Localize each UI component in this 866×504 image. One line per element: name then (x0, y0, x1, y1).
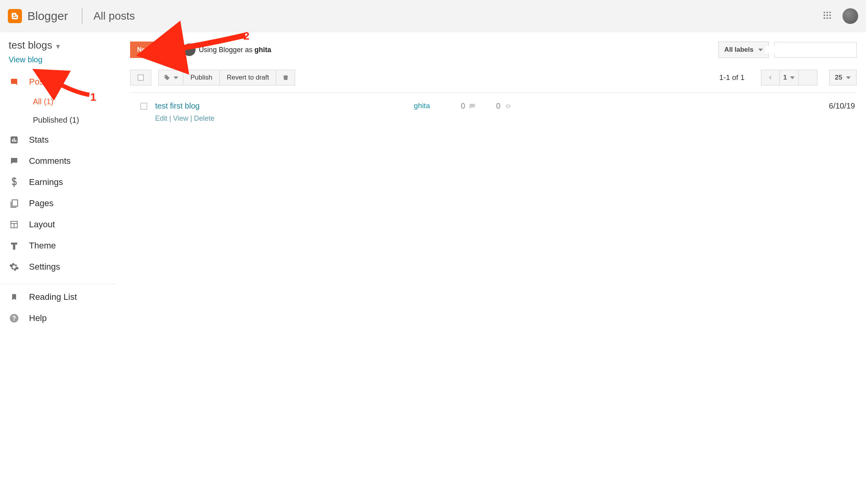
svg-rect-13 (12, 200, 18, 206)
post-row: test first blog Edit | View | Delete ghi… (130, 93, 857, 131)
svg-point-6 (824, 17, 825, 19)
settings-icon (9, 262, 20, 272)
post-checkbox[interactable] (140, 103, 147, 110)
search-box[interactable] (774, 42, 857, 58)
nav-posts-all[interactable]: All (1) (33, 92, 124, 111)
caret-down-icon (174, 76, 178, 79)
page-next-button[interactable] (799, 70, 817, 85)
nav-posts[interactable]: Posts (0, 71, 124, 92)
app-bar: Blogger All posts (0, 0, 866, 32)
svg-rect-11 (14, 138, 15, 142)
svg-point-1 (826, 12, 828, 13)
blog-name: test blogs (9, 39, 52, 51)
post-date: 6/10/19 (820, 102, 855, 111)
caret-down-icon: ▾ (56, 42, 60, 51)
header-divider (82, 8, 82, 24)
content-area: New post Using Blogger as ghita All labe… (124, 32, 866, 329)
using-blogger-text: Using Blogger as ghita (199, 46, 271, 54)
tag-icon (163, 74, 170, 81)
post-edit-link[interactable]: Edit (155, 114, 167, 122)
svg-point-3 (824, 15, 825, 16)
page-title: All posts (93, 10, 135, 22)
nav-stats[interactable]: Stats (0, 129, 124, 150)
nav-label: Help (29, 313, 47, 323)
svg-point-5 (829, 15, 831, 16)
svg-point-4 (826, 15, 828, 16)
nav-label: Pages (29, 198, 53, 208)
nav-theme[interactable]: Theme (0, 235, 124, 256)
svg-point-7 (826, 17, 828, 19)
nav-comments[interactable]: Comments (0, 150, 124, 172)
sidebar-divider (2, 284, 115, 284)
all-labels-dropdown[interactable]: All labels (718, 42, 769, 58)
nav-settings[interactable]: Settings (0, 256, 124, 277)
layout-icon (9, 219, 20, 230)
svg-text:?: ? (12, 315, 16, 322)
nav-label: Earnings (29, 177, 63, 187)
nav-label: Layout (29, 219, 55, 230)
svg-rect-10 (12, 139, 13, 142)
blog-selector[interactable]: test blogs ▾ (0, 39, 124, 54)
revert-to-draft-button[interactable]: Revert to draft (220, 70, 277, 85)
brand-name: Blogger (27, 9, 68, 23)
nav-label: Settings (29, 262, 60, 272)
post-views-count: 0 (496, 102, 531, 111)
svg-point-8 (829, 17, 831, 19)
page-size-dropdown[interactable]: 25 (829, 70, 857, 85)
chevron-left-icon (768, 74, 773, 81)
new-post-button[interactable]: New post (130, 42, 172, 58)
chevron-right-icon (806, 74, 810, 81)
search-input[interactable] (765, 46, 852, 53)
annotation-badge-1 (88, 92, 97, 101)
nav-pages[interactable]: Pages (0, 193, 124, 214)
svg-point-2 (829, 12, 831, 13)
stats-icon (9, 135, 20, 145)
nav-label: Theme (29, 241, 56, 251)
results-range: 1-1 of 1 (719, 73, 745, 82)
post-title-link[interactable]: test first blog (155, 102, 199, 110)
nav-reading-list[interactable]: Reading List (0, 286, 124, 308)
caret-down-icon (790, 76, 795, 79)
select-all-checkbox[interactable] (130, 70, 151, 85)
page-prev-button[interactable] (761, 70, 780, 85)
post-view-link[interactable]: View (173, 114, 188, 122)
eye-icon (504, 103, 513, 109)
svg-rect-12 (15, 140, 16, 142)
nav-earnings[interactable]: Earnings (0, 172, 124, 193)
account-avatar[interactable] (842, 8, 858, 24)
earnings-icon (9, 177, 20, 187)
nav-posts-published[interactable]: Published (1) (33, 111, 124, 129)
labels-button[interactable] (158, 70, 183, 85)
google-apps-icon[interactable] (823, 11, 832, 21)
svg-point-0 (824, 12, 825, 13)
nav-label: Comments (29, 156, 71, 166)
caret-down-icon (846, 76, 851, 79)
theme-icon (9, 241, 20, 251)
publish-button[interactable]: Publish (183, 70, 220, 85)
trash-icon (283, 74, 289, 81)
comments-icon (9, 156, 20, 166)
help-icon: ? (9, 313, 20, 323)
post-comments-count: 0 (461, 102, 496, 111)
pages-icon (9, 198, 20, 208)
bookmark-icon (9, 292, 20, 302)
nav-label: Posts (29, 77, 51, 87)
delete-button[interactable] (276, 70, 295, 85)
blogger-logo-icon (8, 9, 22, 23)
caret-down-icon (758, 49, 763, 51)
nav-label: Reading List (29, 292, 77, 302)
nav-help[interactable]: ? Help (0, 308, 124, 329)
nav-layout[interactable]: Layout (0, 214, 124, 235)
user-avatar-small (183, 44, 196, 56)
comment-icon (468, 103, 476, 110)
post-delete-link[interactable]: Delete (194, 114, 214, 122)
nav-label: Stats (29, 135, 49, 145)
page-number-dropdown[interactable]: 1 (780, 70, 799, 85)
sidebar: test blogs ▾ View blog Posts All (1) Pub… (0, 32, 124, 329)
view-blog-link[interactable]: View blog (9, 55, 42, 64)
post-inline-actions: Edit | View | Delete (155, 114, 414, 123)
posts-icon (9, 77, 20, 87)
post-author[interactable]: ghita (414, 102, 461, 110)
